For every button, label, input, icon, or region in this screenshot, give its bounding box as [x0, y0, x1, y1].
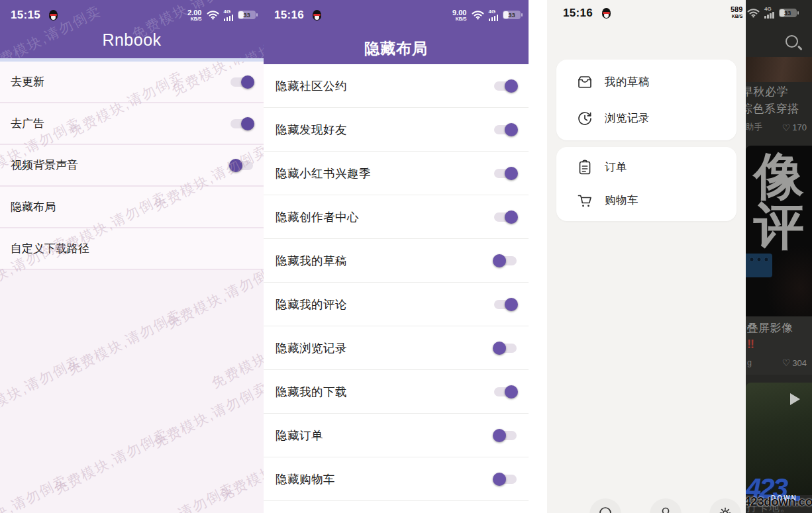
- person-icon: [658, 505, 674, 513]
- menu-item-cart[interactable]: 购物车: [556, 184, 736, 217]
- settings-button[interactable]: [709, 498, 741, 513]
- toggle-hide-my-comments[interactable]: [493, 297, 518, 312]
- battery-icon: 33: [503, 11, 521, 19]
- cellular-signal-icon: 4G: [764, 7, 774, 19]
- panel1-header: 免费模块,请勿倒卖免费模块,请勿倒卖免费模块,请勿倒卖 15:15 2.00KB…: [0, 0, 264, 58]
- setting-row-remove-ads[interactable]: 去广告: [0, 103, 264, 145]
- toggle-hide-cart[interactable]: [493, 472, 518, 487]
- feed-post2-emphasis: ‼: [747, 338, 754, 351]
- orders-icon: [576, 159, 593, 176]
- toggle-hide-interest-season[interactable]: [493, 166, 518, 181]
- page-title: 隐藏布局: [264, 38, 529, 59]
- service-button[interactable]: [589, 498, 621, 513]
- clock: 15:16: [563, 7, 593, 20]
- post2-overlay-text: 评: [746, 201, 812, 252]
- row-hide-my-downloads[interactable]: 隐藏我的下载: [264, 370, 529, 414]
- feed-post1-title-line1: 早秋必学: [746, 84, 788, 99]
- toggle-hide-my-downloads[interactable]: [493, 385, 518, 399]
- heart-icon: ♡: [782, 357, 791, 368]
- profile-button[interactable]: [650, 498, 682, 513]
- row-hide-cart[interactable]: 隐藏购物车: [264, 457, 529, 501]
- screenshot-root: 免费模块,请勿倒卖免费模块,请勿倒卖免费模块,请勿倒卖 15:15 2.00KB…: [0, 0, 812, 513]
- toggle-hide-creator-center[interactable]: [493, 210, 518, 224]
- panel1-status-bar: 15:15 2.00KB/S 4G: [0, 0, 264, 26]
- feed-post2-title: 折叠屏影像: [746, 320, 793, 336]
- panel-hide-layout: 15:16 9.00KB/S 4G: [264, 0, 529, 513]
- panel-app-drawer: 15:16 589KB/S 我的草稿: [529, 0, 812, 513]
- panel2-header: 15:16 9.00KB/S 4G: [264, 0, 529, 64]
- heart-icon: ♡: [782, 122, 791, 133]
- site-domain: 423down.com: [746, 494, 812, 509]
- battery-icon: 33: [238, 11, 256, 19]
- author-name: 助手: [746, 122, 762, 133]
- drawer-menu-card-top: 我的草稿 浏览记录: [556, 60, 736, 140]
- panel3-status-left: 15:16: [563, 7, 611, 20]
- menu-item-my-drafts[interactable]: 我的草稿: [556, 64, 736, 100]
- qq-penguin-icon: [312, 10, 322, 21]
- search-icon[interactable]: [786, 35, 803, 52]
- network-speed: 9.00KB/S: [452, 9, 466, 22]
- toggle-update[interactable]: [229, 75, 254, 89]
- page-title: Rnbook: [0, 30, 264, 50]
- setting-row-hide-layout[interactable]: 隐藏布局: [0, 187, 264, 228]
- phone-camera-thumbnail: [746, 254, 772, 277]
- feed-post2-meta: g ♡ 304: [746, 357, 812, 368]
- panel2-status-bar: 15:16 9.00KB/S 4G: [264, 0, 529, 26]
- toggle-hide-history[interactable]: [493, 341, 518, 355]
- network-speed: 2.00KB/S: [187, 9, 201, 22]
- feed-post1-image[interactable]: [746, 57, 812, 82]
- feed-post2-image[interactable]: 像 评: [746, 146, 812, 316]
- clock: 15:16: [274, 9, 304, 22]
- menu-item-orders[interactable]: 订单: [556, 151, 736, 184]
- row-hide-interest-season[interactable]: 隐藏小红书兴趣季: [264, 152, 529, 195]
- history-icon: [576, 110, 593, 127]
- panel-module-home: 免费模块,请勿倒卖免费模块,请勿倒卖免费模块,请勿倒卖 15:15 2.00KB…: [0, 0, 264, 513]
- row-hide-community-rules[interactable]: 隐藏社区公约: [264, 64, 529, 108]
- cellular-signal-icon: 4G: [489, 9, 499, 21]
- toggle-hide-community-rules[interactable]: [493, 79, 518, 93]
- like-count[interactable]: ♡ 170: [782, 122, 807, 133]
- post2-overlay-text: 像: [746, 151, 812, 201]
- row-hide-creator-center[interactable]: 隐藏创作者中心: [264, 195, 529, 239]
- panel1-settings-list: 去更新 去广告 视频背景声音 隐藏布局 自定义下载路径: [0, 62, 264, 513]
- toggle-hide-orders[interactable]: [493, 428, 518, 443]
- hide-layout-list: 隐藏社区公约 隐藏发现好友 隐藏小红书兴趣季 隐藏创作者中心 隐藏我的草稿 隐藏…: [264, 64, 529, 501]
- toggle-hide-my-drafts[interactable]: [493, 254, 518, 268]
- cellular-signal-icon: 4G: [224, 9, 234, 21]
- qq-penguin-icon: [601, 8, 611, 19]
- qq-penguin-icon: [48, 10, 58, 21]
- headset-icon: [597, 505, 613, 513]
- drawer-surface: 15:16 589KB/S 我的草稿: [547, 0, 746, 513]
- toggle-hide-find-friends[interactable]: [493, 122, 518, 137]
- setting-row-download-path[interactable]: 自定义下载路径: [0, 228, 264, 270]
- dimmed-feed-backdrop[interactable]: 4G 33 早秋必学 棕色系穿搭 助手 ♡ 170 像 评: [746, 0, 812, 513]
- setting-row-update[interactable]: 去更新: [0, 62, 264, 103]
- row-hide-my-drafts[interactable]: 隐藏我的草稿: [264, 239, 529, 283]
- inbox-icon: [576, 73, 593, 91]
- toggle-video-bg-sound[interactable]: [229, 158, 254, 173]
- toggle-remove-ads[interactable]: [229, 117, 254, 131]
- like-count[interactable]: ♡ 304: [782, 357, 807, 368]
- gear-icon: [717, 505, 733, 513]
- setting-row-video-bg-sound[interactable]: 视频背景声音: [0, 145, 264, 187]
- drawer-menu-card-bottom: 订单 购物车: [556, 147, 736, 221]
- network-speed: 589KB/S: [731, 6, 742, 19]
- feed-post1-title-line2: 棕色系穿搭: [746, 101, 799, 117]
- clock: 15:15: [11, 9, 40, 22]
- row-hide-history[interactable]: 隐藏浏览记录: [264, 326, 529, 370]
- wifi-icon: [207, 10, 219, 20]
- wifi-icon: [747, 8, 760, 18]
- feed-post1-meta: 助手 ♡ 170: [746, 122, 812, 133]
- battery-icon: 33: [779, 9, 797, 17]
- row-hide-orders[interactable]: 隐藏订单: [264, 414, 529, 457]
- cart-icon: [576, 192, 593, 209]
- menu-item-history[interactable]: 浏览记录: [556, 100, 736, 136]
- row-hide-find-friends[interactable]: 隐藏发现好友: [264, 108, 529, 152]
- author-name: g: [747, 358, 752, 367]
- row-hide-my-comments[interactable]: 隐藏我的评论: [264, 283, 529, 326]
- wifi-icon: [472, 10, 484, 20]
- play-icon: [790, 393, 800, 405]
